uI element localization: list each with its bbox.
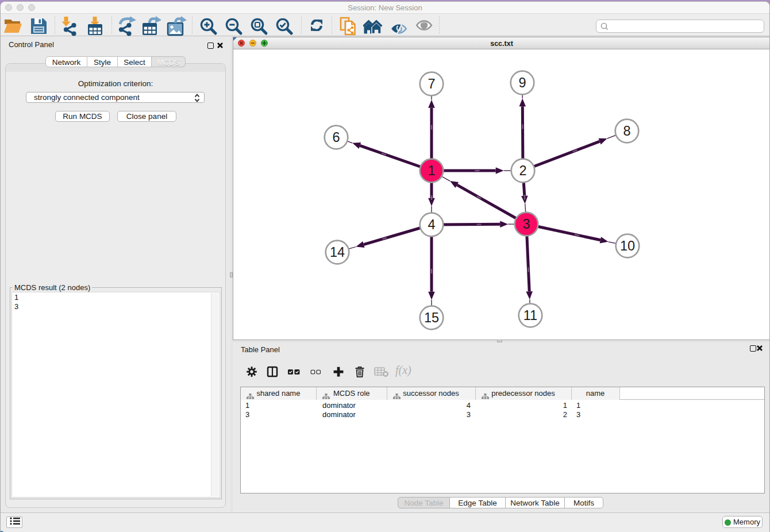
svg-text:4: 4	[428, 217, 435, 232]
svg-text:14: 14	[330, 245, 345, 260]
svg-text:7: 7	[428, 76, 435, 91]
svg-text:6: 6	[332, 130, 340, 145]
svg-text:2: 2	[519, 163, 526, 178]
svg-text:10: 10	[620, 238, 635, 253]
svg-text:8: 8	[623, 124, 630, 138]
svg-text:15: 15	[424, 310, 439, 325]
svg-text:1: 1	[428, 163, 435, 178]
svg-text:9: 9	[518, 75, 526, 90]
svg-text:3: 3	[522, 217, 530, 232]
svg-text:11: 11	[523, 308, 537, 323]
